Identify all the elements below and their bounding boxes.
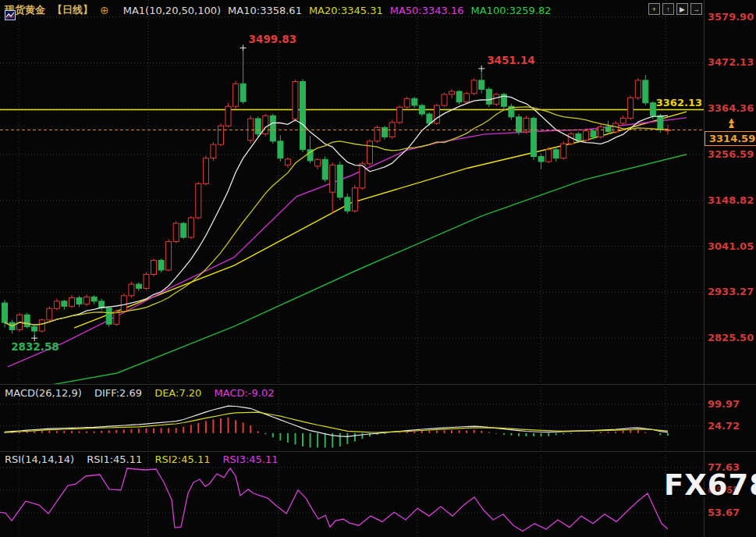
ma-settings-label[interactable]: MA1(10,20,50,100): [123, 5, 221, 16]
candles-group: [2, 51, 671, 335]
svg-text:2832.58: 2832.58: [11, 340, 59, 353]
ma20-value-label: MA20:3345.31: [309, 5, 383, 16]
chart-header: 现货黄金 【日线】 ⊕ MA1(10,20,50,100) MA10:3358.…: [5, 3, 552, 17]
price-annotation: 3451.14: [478, 54, 535, 72]
trading-chart-app: 3499.833451.142832.58 3579.903472.133364…: [0, 0, 756, 537]
goto-latest-icon[interactable]: →: [690, 3, 702, 15]
macd-diff-value: DIFF:2.69: [94, 387, 142, 399]
rsi-title[interactable]: RSI(14,14,14): [5, 453, 74, 465]
price-axis: 3579.903472.133364.363256.593148.823041.…: [705, 0, 756, 537]
macd-axis-label: 99.97: [708, 398, 740, 411]
price-axis-label: 3579.90: [708, 11, 754, 23]
pan-icon[interactable]: +: [648, 3, 660, 15]
watermark-logo: FX678: [664, 468, 756, 502]
last-price-tag: 3314.59: [705, 131, 756, 146]
ma100-line: [0, 155, 687, 384]
rsi-line: [0, 468, 668, 532]
ma100-value-label: MA100:3259.82: [471, 5, 552, 16]
macd-dea-value: DEA:7.20: [154, 387, 201, 399]
macd-dea-line: [5, 412, 668, 432]
rsi2-value: RSI2:45.11: [154, 453, 210, 465]
macd-axis-label: 24.72: [708, 420, 740, 432]
trendline-line: [74, 112, 687, 328]
rsi-axis-label: 53.67: [708, 507, 740, 519]
ma50-value-label: MA50:3343.16: [390, 5, 464, 16]
price-axis-label: 3472.13: [708, 56, 754, 69]
svg-text:3451.14: 3451.14: [487, 54, 535, 66]
svg-text:3499.83: 3499.83: [249, 33, 297, 45]
rsi3-value: RSI3:45.11: [223, 453, 279, 465]
main-chart-canvas[interactable]: 3499.833451.142832.58: [0, 0, 704, 384]
macd-title[interactable]: MACD(26,12,9): [5, 387, 82, 399]
rsi1-value: RSI1:45.11: [87, 453, 142, 465]
price-up-arrow-icon: ▲ ▲: [729, 118, 734, 127]
price-axis-label: 3148.82: [708, 194, 754, 207]
macd-histogram: [5, 418, 668, 448]
price-annotation: 3499.83: [240, 33, 297, 51]
macd-value: MACD:-9.02: [215, 387, 275, 399]
price-axis-label: 3364.36: [708, 102, 754, 115]
price-axis-label: 3256.59: [708, 148, 754, 161]
period-label[interactable]: 【日线】: [52, 3, 93, 17]
pane-separator: [0, 451, 756, 452]
price-axis-label: 2825.50: [708, 332, 754, 344]
price-axis-label: 2933.27: [708, 286, 754, 298]
yellow-level-label: 3362.13: [654, 97, 702, 108]
pane-separator: [0, 384, 756, 385]
macd-header: MACD(26,12,9) DIFF:2.69 DEA:7.20 MACD:-9…: [5, 387, 274, 399]
rsi-header: RSI(14,14,14) RSI1:45.11 RSI2:45.11 RSI3…: [5, 453, 279, 465]
play-forward-icon[interactable]: ▶: [676, 3, 688, 15]
ma50-line: [8, 118, 687, 367]
scale-up-icon[interactable]: ↑: [662, 3, 674, 15]
overlay-lines: [0, 112, 687, 384]
ma10-value-label: MA10:3358.61: [228, 5, 302, 16]
add-indicator-icon[interactable]: ⊕: [100, 4, 109, 16]
price-axis-label: 3041.05: [708, 240, 754, 253]
chart-toolbar: + ↑ ▶ →: [648, 3, 702, 15]
macd-diff-line: [5, 406, 668, 436]
